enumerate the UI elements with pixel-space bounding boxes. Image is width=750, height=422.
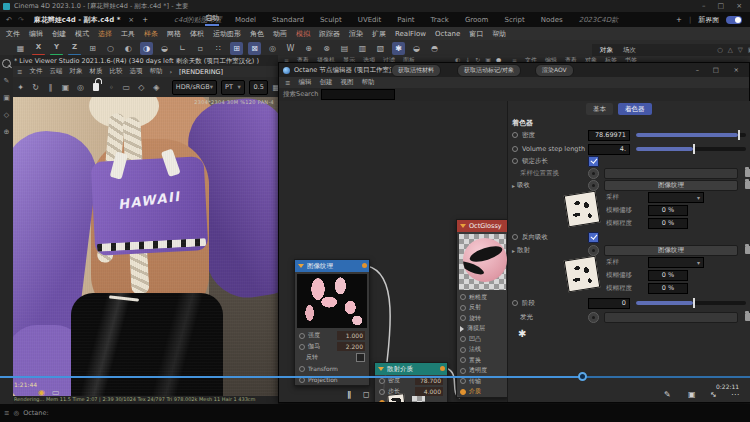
port-dot[interactable]: [512, 132, 518, 138]
value[interactable]: 2.200: [337, 342, 365, 351]
menu-3[interactable]: 模式: [75, 29, 89, 39]
lv-tool-icon-r-1[interactable]: ▭: [121, 83, 132, 92]
get-active-material-button[interactable]: 获取活性材料: [391, 64, 441, 77]
tab-objects[interactable]: 对象: [600, 46, 613, 55]
lv-menu-5[interactable]: 比较: [109, 67, 122, 76]
glossy-port-5[interactable]: 法线: [457, 345, 507, 356]
ne-menu-1[interactable]: 编辑: [298, 78, 311, 87]
menu-18[interactable]: 窗口: [469, 29, 483, 39]
toolbar-icon-18[interactable]: ▤: [338, 42, 351, 55]
port-dot[interactable]: [512, 158, 518, 164]
kernel-dropdown[interactable]: PT▾: [221, 80, 245, 95]
ne-maximize-button[interactable]: □: [713, 66, 719, 74]
volume-icon[interactable]: ◉: [38, 388, 45, 397]
pencil-icon[interactable]: ✎: [664, 390, 671, 399]
sampling-value[interactable]: 0.5: [249, 80, 269, 95]
sample-pos-port-button[interactable]: [588, 168, 599, 179]
tab-add-icon[interactable]: +: [142, 16, 148, 24]
toolbar-icon-6[interactable]: ◐: [122, 42, 135, 55]
menu-12[interactable]: 模拟: [296, 29, 310, 39]
menu-17[interactable]: Octane: [435, 30, 460, 38]
glossy-port-1[interactable]: 反射: [457, 303, 507, 314]
phase-slider[interactable]: [636, 301, 746, 305]
layout-tab-2[interactable]: Standard: [272, 16, 304, 24]
lv-tool-icon-4[interactable]: ◎: [75, 83, 86, 92]
sampling-dropdown[interactable]: ▾: [648, 257, 704, 268]
strip-icon-2[interactable]: ▣: [3, 94, 10, 102]
collapse-icon[interactable]: [298, 264, 304, 268]
menu-11[interactable]: 动画: [273, 29, 287, 39]
toolbar-icon-23[interactable]: ◓: [428, 42, 441, 55]
menu-10[interactable]: 角色: [250, 29, 264, 39]
menu-0[interactable]: 文件: [6, 29, 20, 39]
layout-tab-1[interactable]: Model: [235, 16, 256, 24]
objpanel-icon-2[interactable]: ▽: [738, 46, 743, 54]
lv-tool-icon-2[interactable]: ∥: [45, 83, 56, 92]
port-dot[interactable]: [460, 368, 466, 374]
toolbar-icon-22[interactable]: ◒: [410, 42, 423, 55]
collapse-icon[interactable]: [460, 224, 466, 228]
ne-menu-2[interactable]: 创建: [319, 78, 332, 87]
menu-icon[interactable]: ≡: [4, 409, 9, 417]
port-dot[interactable]: [299, 333, 305, 339]
folder-icon[interactable]: [745, 246, 750, 254]
invert-absorption-checkbox[interactable]: [588, 232, 599, 243]
menu-13[interactable]: 跟踪器: [319, 29, 340, 39]
lv-tool-icon-r-2[interactable]: ◇: [136, 83, 147, 92]
tab-takes[interactable]: 场次: [623, 46, 636, 55]
toolbar-icon-3[interactable]: Z: [68, 41, 81, 56]
emission-port-button[interactable]: [588, 312, 599, 323]
ne-menu-4[interactable]: 帮助: [361, 78, 374, 87]
blur-amount-input[interactable]: 0 %: [648, 283, 688, 294]
layout-tab-9[interactable]: Nodes: [541, 16, 563, 24]
menu-6[interactable]: 样条: [144, 29, 158, 39]
colorspace-dropdown[interactable]: HDR/sRGB▾: [172, 80, 217, 95]
menu-2[interactable]: 创建: [52, 29, 66, 39]
toolbar-icon-20[interactable]: ▧: [374, 42, 387, 55]
glossy-port-7[interactable]: 透明度: [457, 366, 507, 377]
minimize-button[interactable]: –: [702, 2, 706, 10]
phase-input[interactable]: 0: [588, 298, 630, 309]
invert-checkbox[interactable]: [356, 353, 365, 362]
redo-icon[interactable]: ↷: [18, 16, 24, 24]
folder-icon[interactable]: [745, 181, 750, 189]
menu-15[interactable]: 扩展: [372, 29, 386, 39]
lv-menu-3[interactable]: 对象: [69, 67, 82, 76]
pause-icon[interactable]: ∥: [347, 390, 351, 399]
menu-19[interactable]: 帮助: [492, 29, 506, 39]
glossy-port-2[interactable]: 旋转: [457, 313, 507, 324]
tab-shader[interactable]: 着色器: [618, 103, 652, 115]
layout-tab-10[interactable]: 2023C4D款: [579, 15, 619, 25]
lv-tool-icon-3[interactable]: ▣: [60, 83, 71, 92]
menu-1[interactable]: 编辑: [29, 29, 43, 39]
port-dot[interactable]: [460, 336, 466, 342]
toolbar-icon-7[interactable]: ◑: [140, 42, 153, 55]
menu-16[interactable]: RealFlow: [395, 30, 426, 38]
menu-14[interactable]: 渲染: [349, 29, 363, 39]
port-dot[interactable]: [460, 347, 466, 353]
output-port[interactable]: [440, 366, 445, 371]
density-input[interactable]: 78.69971: [588, 130, 630, 141]
toolbar-icon-9[interactable]: ∟: [176, 42, 189, 55]
port-dot[interactable]: [460, 305, 466, 311]
menu-7[interactable]: 网格: [167, 29, 181, 39]
get-active-tag-button[interactable]: 获取活动标记/对象: [457, 64, 521, 77]
layout-tab-4[interactable]: UVEdit: [358, 16, 381, 24]
new-ui-label[interactable]: 新界面: [698, 15, 719, 25]
more-icon[interactable]: ⋯: [731, 390, 739, 399]
node-canvas[interactable]: 图像纹理 强度1.000 伽马2.200 反转 Transform Projec…: [279, 101, 507, 402]
folder-icon[interactable]: [745, 169, 750, 177]
lv-tool-icon-1[interactable]: ↻: [30, 83, 41, 92]
lv-tool-icon-r-3[interactable]: ◈: [151, 83, 162, 92]
port-dot[interactable]: [379, 389, 385, 395]
tab-close-icon[interactable]: ×: [128, 16, 134, 24]
toolbar-icon-16[interactable]: ⊕: [302, 42, 315, 55]
ne-menu-3[interactable]: 视图: [340, 78, 353, 87]
toolbar-icon-19[interactable]: ▥: [356, 42, 369, 55]
toolbar-icon-4[interactable]: ⊞: [86, 42, 99, 55]
video-progress-bar[interactable]: [0, 376, 750, 378]
vstep-slider[interactable]: [636, 147, 746, 151]
vstep-input[interactable]: 4.: [588, 144, 630, 155]
blur-offset-input[interactable]: 0 %: [648, 270, 688, 281]
value[interactable]: 4.000: [415, 387, 443, 396]
